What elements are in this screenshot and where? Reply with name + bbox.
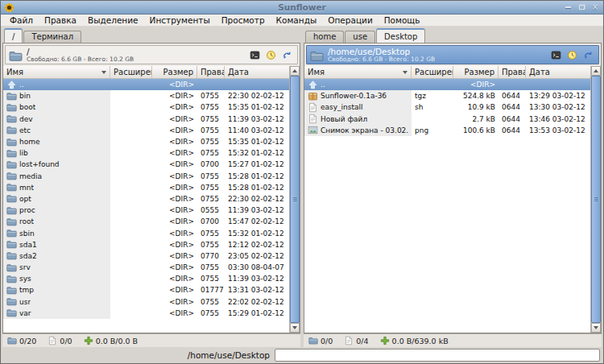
open-terminal-button[interactable] (551, 50, 561, 60)
minimize-icon (565, 6, 571, 8)
scroll-down-button[interactable] (290, 323, 300, 333)
file-date: 22:30 02-02-12 (225, 90, 289, 101)
column-header-date[interactable]: Дата (225, 66, 289, 78)
restore-button[interactable] (577, 3, 586, 12)
left-vertical-scrollbar[interactable] (289, 66, 300, 333)
file-row[interactable]: boot<DIR>075515:35 01-02-12 (3, 101, 289, 113)
file-permissions: 0755 (197, 125, 225, 136)
tab-use[interactable]: use (345, 31, 375, 43)
title-bar[interactable]: Sunflower × (1, 1, 603, 14)
menu-item-3[interactable]: Инструменты (144, 15, 216, 25)
tab-/[interactable]: / (4, 28, 23, 43)
file-row[interactable]: Новый файл2.7 kB064413:46 03-02-12 (304, 114, 590, 125)
command-line-input[interactable] (275, 349, 600, 362)
file-row[interactable]: lost+found<DIR>070015:27 01-02-12 (3, 159, 289, 170)
column-header-date[interactable]: Дата (526, 66, 590, 78)
right-dir-count: 0/0 (321, 337, 333, 345)
scroll-up-button[interactable] (591, 66, 601, 76)
column-header-name[interactable]: Имя (304, 66, 412, 78)
file-permissions: 0555 (197, 205, 225, 216)
file-size: <DIR> (152, 296, 197, 308)
up-icon (308, 80, 318, 90)
column-header-size[interactable]: Размер (453, 66, 499, 78)
tab-desktop[interactable]: Desktop (376, 28, 425, 43)
file-row[interactable]: dev<DIR>075511:39 03-02-12 (3, 114, 289, 125)
menu-item-1[interactable]: Правка (39, 15, 82, 25)
file-size: <DIR> (152, 250, 197, 262)
file-row[interactable]: tmp<DIR>0177713:31 03-02-12 (3, 284, 289, 296)
file-size: 524.8 kB (453, 90, 499, 101)
menu-item-2[interactable]: Выделение (82, 15, 144, 25)
file-row[interactable]: mnt<DIR>075515:28 01-02-12 (3, 182, 289, 193)
file-row[interactable]: proc<DIR>055511:39 03-02-12 (3, 205, 289, 216)
file-row[interactable]: opt<DIR>075522:30 02-02-12 (3, 193, 289, 205)
file-row[interactable]: sda2<DIR>077023:05 02-02-12 (3, 250, 289, 262)
menu-item-5[interactable]: Команды (271, 15, 323, 25)
file-date: 12:12 02-02-12 (225, 239, 289, 250)
file-row[interactable]: sys<DIR>075511:39 03-02-12 (3, 273, 289, 284)
swap-panels-button[interactable] (282, 50, 292, 60)
menu-item-6[interactable]: Операции (322, 15, 378, 25)
swap-panels-button[interactable] (583, 50, 594, 60)
column-header-permissions[interactable]: Права (197, 66, 225, 78)
column-header-permissions[interactable]: Права (499, 66, 526, 78)
file-row[interactable]: Sunflower-0.1a-36tgz524.8 kB064413:29 03… (304, 90, 590, 101)
menu-item-4[interactable]: Просмотр (216, 15, 271, 25)
file-row[interactable]: media<DIR>075515:28 01-02-12 (3, 171, 289, 182)
file-permissions: 0755 (197, 193, 225, 205)
tab-терминал[interactable]: Терминал (23, 31, 81, 43)
left-path-header[interactable]: / Свободно: 6.6 GB - Всего: 10.2 GB (5, 45, 298, 64)
history-button[interactable] (266, 50, 276, 60)
folder-icon (6, 91, 17, 101)
file-row[interactable]: Снимок экрана - 03.02.2012 - 13:53:57png… (304, 125, 590, 136)
file-date: 15:29 01-02-12 (225, 308, 289, 319)
open-terminal-button[interactable] (250, 50, 260, 60)
file-row[interactable]: root<DIR>070015:47 02-02-12 (3, 216, 289, 227)
right-vertical-scrollbar[interactable] (590, 66, 601, 333)
package-icon (308, 91, 318, 101)
scrollbar-thumb[interactable] (290, 76, 300, 323)
file-date: 13:29 03-02-12 (526, 90, 590, 101)
file-row[interactable]: srv<DIR>075503:30 08-04-07 (3, 262, 289, 273)
file-size: <DIR> (152, 90, 197, 101)
column-header-extension[interactable]: Расширение (412, 66, 453, 78)
file-row[interactable]: var<DIR>075515:29 01-02-12 (3, 308, 289, 319)
file-row[interactable]: etc<DIR>075511:40 03-02-12 (3, 125, 289, 136)
file-permissions: 0700 (197, 216, 225, 227)
folder-icon (6, 217, 17, 227)
right-column-header: Имя Расширение Размер Права Дата (304, 66, 590, 79)
file-row[interactable]: usr<DIR>075522:02 02-02-12 (3, 296, 289, 308)
column-header-extension[interactable]: Расширение (110, 66, 152, 78)
right-path-header[interactable]: /home/use/Desktop Свободно: 6.6 GB - Все… (306, 45, 599, 64)
file-size: <DIR> (152, 239, 197, 250)
file-date (225, 79, 289, 90)
file-date: 15:32 01-02-12 (225, 147, 289, 159)
file-row[interactable]: lib<DIR>075515:32 01-02-12 (3, 147, 289, 159)
scroll-down-button[interactable] (591, 323, 601, 333)
menu-item-7[interactable]: Помощь (379, 15, 426, 25)
file-permissions: 0755 (197, 227, 225, 238)
menu-item-0[interactable]: Файл (4, 15, 39, 25)
file-date: 15:27 01-02-12 (225, 159, 289, 170)
file-row[interactable]: ..<DIR> (3, 79, 289, 90)
file-row[interactable]: home<DIR>075515:35 01-02-12 (3, 136, 289, 147)
column-header-name[interactable]: Имя (3, 66, 110, 78)
close-button[interactable]: × (590, 3, 600, 12)
folder-icon (6, 308, 17, 318)
file-row[interactable]: easy_installsh10.9 kB064413:30 03-02-12 (304, 101, 590, 113)
file-row[interactable]: bin<DIR>075522:30 02-02-12 (3, 90, 289, 101)
history-button[interactable] (567, 50, 577, 60)
scroll-up-button[interactable] (290, 66, 300, 76)
minimize-button[interactable] (563, 3, 573, 12)
file-date: 11:39 03-02-12 (225, 205, 289, 216)
column-header-size[interactable]: Размер (152, 66, 197, 78)
file-row[interactable]: ..<DIR> (304, 79, 590, 90)
file-row[interactable]: sbin<DIR>075515:32 01-02-12 (3, 227, 289, 238)
file-date: 15:32 01-02-12 (225, 227, 289, 238)
scrollbar-thumb[interactable] (591, 76, 601, 323)
file-extension: png (412, 125, 453, 136)
file-row[interactable]: sda1<DIR>075512:12 02-02-12 (3, 239, 289, 250)
tab-home[interactable]: home (305, 31, 344, 43)
file-name: Новый файл (321, 115, 367, 123)
file-size: <DIR> (152, 147, 197, 159)
